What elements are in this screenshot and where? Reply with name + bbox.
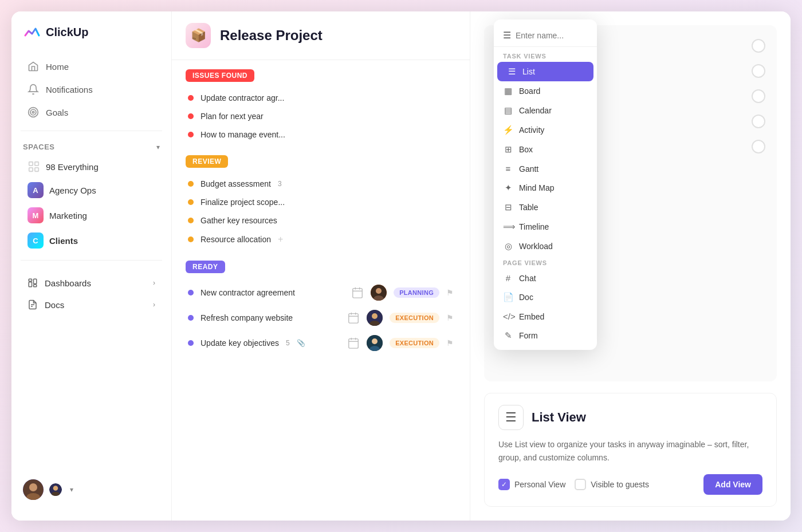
preview-circle <box>752 89 765 103</box>
view-search-input[interactable] <box>516 31 616 40</box>
dashboards-icon <box>27 278 38 288</box>
table-row[interactable]: Budget assessment 3 <box>186 175 456 193</box>
board-label: Board <box>519 86 540 96</box>
task-add-button[interactable]: + <box>278 234 283 245</box>
view-board[interactable]: ▦ Board <box>494 81 597 101</box>
spaces-label: Spaces <box>23 143 55 151</box>
status-group-review: REVIEW Budget assessment 3 Finalize proj… <box>186 155 456 249</box>
view-chat[interactable]: # Chat <box>494 269 597 287</box>
svg-rect-5 <box>29 168 33 171</box>
view-gantt[interactable]: ≡ Gantt <box>494 159 597 178</box>
table-row[interactable]: How to manage event... <box>186 125 456 144</box>
table-row[interactable]: Refresh company website <box>186 305 456 330</box>
calendar-task-icon <box>347 337 360 349</box>
avatar-img <box>367 335 383 351</box>
status-badge: EXECUTION <box>390 338 439 348</box>
table-row[interactable]: Plan for next year <box>186 107 456 125</box>
content-area: ☰ TASK VIEWS ☰ List ▦ Board ▤ Calendar ⚡… <box>172 11 791 521</box>
sidebar-item-agency-ops[interactable]: A Agency Ops <box>16 178 167 203</box>
sidebar-item-clients[interactable]: C Clients <box>16 228 167 253</box>
logo-area[interactable]: ClickUp <box>11 23 171 55</box>
sidebar-item-everything[interactable]: 98 Everything <box>16 156 167 178</box>
view-timeline[interactable]: ⟹ Timeline <box>494 217 597 237</box>
docs-icon <box>27 300 38 310</box>
bell-icon <box>27 84 39 95</box>
docs-item[interactable]: Docs › <box>16 294 167 316</box>
task-count: 5 <box>286 339 290 347</box>
timeline-label: Timeline <box>519 222 549 231</box>
form-icon: ✎ <box>503 330 513 341</box>
preview-circle <box>752 64 765 78</box>
preview-circle <box>752 140 765 153</box>
visible-guests-checkbox[interactable]: Visible to guests <box>575 479 649 490</box>
table-row[interactable]: New contractor agreement <box>186 280 456 305</box>
list-view-info: ☰ List View Use List view to organize yo… <box>484 393 777 507</box>
view-calendar[interactable]: ▤ Calendar <box>494 101 597 120</box>
dashboards-chevron-icon: › <box>153 279 155 287</box>
board-icon: ▦ <box>503 86 513 96</box>
mindmap-label: Mind Map <box>519 183 554 192</box>
table-row[interactable]: Resource allocation + <box>186 230 456 249</box>
dashboards-item[interactable]: Dashboards › <box>16 272 167 294</box>
avatar-img <box>371 285 387 301</box>
view-box[interactable]: ⊞ Box <box>494 140 597 159</box>
table-row[interactable]: Update contractor agr... <box>186 89 456 107</box>
doc-label: Doc <box>519 293 533 302</box>
sidebar-item-notifications[interactable]: Notifications <box>16 78 167 101</box>
add-view-button[interactable]: Add View <box>703 474 762 495</box>
grid-icon <box>27 160 40 173</box>
sidebar-item-home[interactable]: Home <box>16 55 167 78</box>
svg-point-31 <box>372 313 378 319</box>
view-embed[interactable]: </> Embed <box>494 307 597 326</box>
view-mindmap[interactable]: ✦ Mind Map <box>494 178 597 198</box>
task-views-label: TASK VIEWS <box>494 49 597 62</box>
view-doc[interactable]: 📄 Doc <box>494 287 597 307</box>
view-activity[interactable]: ⚡ Activity <box>494 120 597 140</box>
table-row[interactable]: Update key objectives 5 📎 <box>186 330 456 356</box>
clickup-logo-icon <box>23 23 41 41</box>
user-chevron-icon: ▾ <box>70 486 73 494</box>
home-icon <box>27 61 39 72</box>
notifications-label: Notifications <box>46 85 93 94</box>
avatar <box>367 335 383 351</box>
spaces-header[interactable]: Spaces ▾ <box>11 138 171 156</box>
view-form[interactable]: ✎ Form <box>494 326 597 345</box>
status-badge-review: REVIEW <box>186 155 228 168</box>
task-dot-red <box>188 132 194 137</box>
table-row[interactable]: Finalize project scope... <box>186 193 456 211</box>
task-text: How to manage event... <box>200 130 285 139</box>
status-badge-ready: READY <box>186 261 225 273</box>
flag-icon: ⚑ <box>446 338 454 348</box>
view-list[interactable]: ☰ List <box>497 62 593 81</box>
task-dot-yellow <box>188 237 194 242</box>
spaces-chevron-icon: ▾ <box>156 143 160 151</box>
agency-ops-label: Agency Ops <box>49 186 96 195</box>
personal-view-checkbox[interactable]: ✓ Personal View <box>498 479 565 490</box>
visible-guests-label: Visible to guests <box>591 480 649 489</box>
task-text: Update contractor agr... <box>200 93 284 103</box>
main-content: 📦 Release Project ISSUES FOUND Update co… <box>172 11 470 521</box>
view-table[interactable]: ⊟ Table <box>494 198 597 217</box>
divider-2 <box>21 260 162 261</box>
user-profile[interactable]: ▾ <box>11 470 171 509</box>
svg-rect-19 <box>353 289 363 298</box>
docs-label: Docs <box>45 300 64 310</box>
mindmap-icon: ✦ <box>503 183 513 193</box>
table-row[interactable]: Gather key resources <box>186 211 456 230</box>
task-right-info: PLANNING ⚑ <box>351 285 454 301</box>
sidebar: ClickUp Home Notifications Goals <box>11 11 172 521</box>
marketing-label: Marketing <box>49 211 87 220</box>
status-badge-issues: ISSUES FOUND <box>186 69 254 82</box>
svg-rect-26 <box>349 314 359 324</box>
flag-icon: ⚑ <box>446 288 454 297</box>
task-dot-yellow <box>188 181 194 187</box>
sidebar-item-goals[interactable]: Goals <box>16 101 167 124</box>
dashboards-left: Dashboards <box>27 278 91 288</box>
task-text: Plan for next year <box>200 112 264 121</box>
list-search-icon: ☰ <box>503 30 511 41</box>
flag-icon: ⚑ <box>446 313 454 322</box>
sidebar-item-marketing[interactable]: M Marketing <box>16 203 167 228</box>
view-workload[interactable]: ◎ Workload <box>494 237 597 256</box>
box-label: Box <box>519 145 533 154</box>
docs-left: Docs <box>27 300 64 310</box>
